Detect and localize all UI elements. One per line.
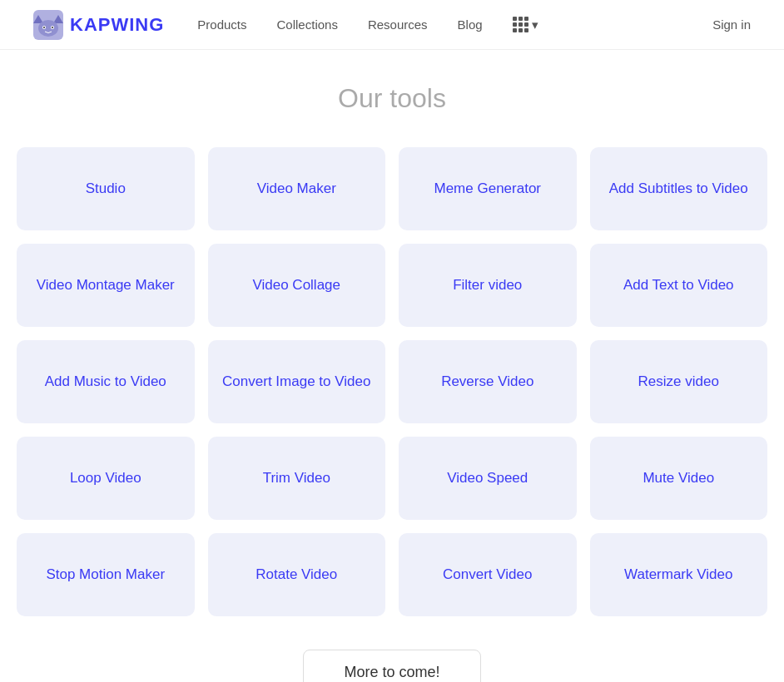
more-to-come-section: More to come! [17,650,767,682]
grid-dot [513,17,517,21]
tool-card-meme-generator[interactable]: Meme Generator [399,147,577,230]
grid-dot [524,17,528,21]
svg-point-3 [38,20,58,37]
more-to-come-label: More to come! [303,650,480,682]
tool-card-video-montage-maker[interactable]: Video Montage Maker [17,244,195,327]
brand-name: KAPWING [70,14,164,36]
tool-card-stop-motion-maker[interactable]: Stop Motion Maker [17,533,195,616]
tool-card-trim-video[interactable]: Trim Video [208,437,386,520]
navigation: KAPWING Products Collections Resources B… [0,0,784,50]
tools-grid: StudioVideo MakerMeme GeneratorAdd Subti… [17,147,767,616]
tool-card-mute-video[interactable]: Mute Video [590,437,768,520]
grid-dot [513,22,517,27]
tool-card-video-collage[interactable]: Video Collage [208,244,386,327]
svg-point-6 [43,27,45,28]
tool-card-video-speed[interactable]: Video Speed [399,437,577,520]
apps-menu[interactable]: ▾ [513,17,538,32]
svg-point-7 [52,27,53,28]
tool-card-filter-video[interactable]: Filter video [399,244,577,327]
tool-card-convert-image[interactable]: Convert Image to Video [208,340,386,423]
tool-card-loop-video[interactable]: Loop Video [17,437,195,520]
tool-card-add-subtitles[interactable]: Add Subtitles to Video [590,147,768,230]
grid-dot [519,28,523,32]
nav-products[interactable]: Products [197,17,246,32]
logo[interactable]: KAPWING [33,10,164,40]
signin-link[interactable]: Sign in [712,17,751,32]
tool-card-studio[interactable]: Studio [17,147,195,230]
tool-card-rotate-video[interactable]: Rotate Video [208,533,386,616]
tool-card-watermark-video[interactable]: Watermark Video [590,533,768,616]
logo-icon [33,10,63,40]
tool-card-video-maker[interactable]: Video Maker [208,147,386,230]
grid-dot [519,22,523,27]
main-content: Our tools StudioVideo MakerMeme Generato… [0,50,784,682]
grid-dot [524,28,528,32]
nav-collections[interactable]: Collections [277,17,338,32]
tool-card-add-music[interactable]: Add Music to Video [17,340,195,423]
grid-dot [513,28,517,32]
chevron-down-icon: ▾ [532,17,538,32]
tool-card-resize-video[interactable]: Resize video [590,340,768,423]
tool-card-add-text[interactable]: Add Text to Video [590,244,768,327]
nav-blog[interactable]: Blog [458,17,483,32]
nav-links: Products Collections Resources Blog ▾ [197,17,712,32]
page-title: Our tools [17,83,767,114]
grid-dot [519,17,523,21]
nav-resources[interactable]: Resources [368,17,428,32]
tool-card-convert-video[interactable]: Convert Video [399,533,577,616]
grid-icon [513,17,528,32]
grid-dot [524,22,528,27]
tool-card-reverse-video[interactable]: Reverse Video [399,340,577,423]
